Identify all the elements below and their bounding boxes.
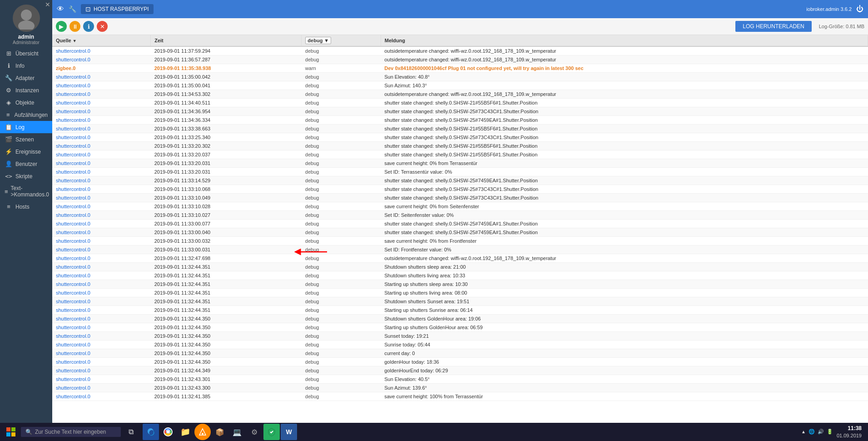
play-button[interactable]: ▶ <box>56 21 67 32</box>
sidebar-item-log[interactable]: 📋 Log <box>0 121 52 133</box>
taskbar-search-box[interactable]: 🔍 Zur Suche Text hier eingeben <box>21 427 121 437</box>
table-row: shuttercontrol.0 2019-09-01 11:32:44.351… <box>52 297 868 306</box>
cell-level: debug <box>302 289 381 297</box>
app-taskbar5[interactable]: 📦 <box>212 424 228 440</box>
col-meldung: Meldung <box>381 35 868 46</box>
download-log-button[interactable]: LOG HERUNTERLADEN <box>735 21 811 32</box>
cell-time: 2019-09-01 11:32:44.351 <box>151 280 302 289</box>
table-row: shuttercontrol.0 2019-09-01 11:32:44.351… <box>52 289 868 297</box>
cell-time: 2019-09-01 11:33:14.529 <box>151 176 302 185</box>
table-row: shuttercontrol.0 2019-09-01 11:32:44.350… <box>52 349 868 358</box>
sidebar-item-aufzahlungen[interactable]: ≡ Aufzählungen <box>0 109 52 121</box>
sidebar-label-skripte: Skripte <box>15 173 32 180</box>
col-quelle[interactable]: Quelle ▼ <box>52 35 151 46</box>
table-row: shuttercontrol.0 2019-09-01 11:33:10.028… <box>52 202 868 211</box>
svg-rect-5 <box>11 427 15 431</box>
table-row: shuttercontrol.0 2019-09-01 11:35:00.041… <box>52 81 868 90</box>
cell-level: debug <box>302 202 381 211</box>
text-kommandos-icon: ≡ <box>5 188 8 195</box>
app-files[interactable]: 📁 <box>177 424 193 440</box>
cell-message: Sun Azimut: 140.3° <box>381 81 868 90</box>
table-row: shuttercontrol.0 2019-09-01 11:32:44.351… <box>52 263 868 271</box>
app-word[interactable]: W <box>281 424 297 440</box>
volume-icon[interactable]: 🔊 <box>818 429 824 435</box>
cell-source: shuttercontrol.0 <box>52 349 151 358</box>
cell-level: debug <box>302 99 381 107</box>
sidebar-item-text-kommandos[interactable]: ≡ Text->Kommandos.0 <box>0 182 52 200</box>
cell-source: shuttercontrol.0 <box>52 306 151 315</box>
cell-source: shuttercontrol.0 <box>52 116 151 125</box>
admin-role: Administrator <box>13 40 40 45</box>
cell-message: Shutdown shutters living area: 10:33 <box>381 271 868 280</box>
user-profile: ✕ admin Administrator <box>0 0 52 47</box>
sidebar-item-objekte[interactable]: ◈ Objekte <box>0 96 52 109</box>
sidebar-item-benutzer[interactable]: 👤 Benutzer <box>0 158 52 170</box>
sidebar-item-ubersicht[interactable]: ⊞ Übersicht <box>0 47 52 60</box>
network-icon[interactable]: 🌐 <box>808 429 815 435</box>
svg-rect-6 <box>6 432 10 436</box>
start-button[interactable] <box>3 424 19 440</box>
table-row: shuttercontrol.0 2019-09-01 11:32:41.385… <box>52 392 868 401</box>
table-row: shuttercontrol.0 2019-09-01 11:37:59.294… <box>52 46 868 55</box>
close-icon[interactable]: ✕ <box>45 1 50 8</box>
sidebar-item-info[interactable]: ℹ Info <box>0 60 52 72</box>
info-button[interactable]: ℹ <box>83 21 94 32</box>
cell-source: shuttercontrol.0 <box>52 168 151 176</box>
sidebar-label-instanzen: Instanzen <box>15 87 39 94</box>
app-settings[interactable]: ⚙ <box>246 424 263 440</box>
cell-message: save current height: 0% from Seitenfenst… <box>381 202 868 211</box>
level-filter[interactable]: debug ▼ <box>305 37 331 44</box>
wrench-icon[interactable]: 🔧 <box>69 5 76 13</box>
cell-message: Sunset today: 19:21 <box>381 332 868 341</box>
cell-source: shuttercontrol.0 <box>52 133 151 142</box>
sidebar-item-instanzen[interactable]: ⚙ Instanzen <box>0 84 52 96</box>
app-chrome[interactable] <box>160 424 176 440</box>
table-row: shuttercontrol.0 2019-09-01 11:33:00.077… <box>52 220 868 228</box>
cell-source: shuttercontrol.0 <box>52 289 151 297</box>
cell-source: shuttercontrol.0 <box>52 220 151 228</box>
sidebar-item-skripte[interactable]: <> Skripte <box>0 170 52 182</box>
app-vlc[interactable] <box>194 424 211 440</box>
sidebar-item-hosts[interactable]: ≡ Hosts <box>0 200 52 213</box>
cell-time: 2019-09-01 11:33:10.028 <box>151 202 302 211</box>
sidebar-item-szenen[interactable]: 🎬 Szenen <box>0 133 52 145</box>
cell-level: debug <box>302 280 381 289</box>
svg-point-10 <box>167 431 169 433</box>
app-browser[interactable]: 💻 <box>229 424 245 440</box>
cell-source: shuttercontrol.0 <box>52 254 151 263</box>
cell-time: 2019-09-01 11:34:40.511 <box>151 99 302 107</box>
cell-time: 2019-09-01 11:33:20.031 <box>151 159 302 168</box>
cell-level: debug <box>302 46 381 55</box>
cell-message: Shutdown shutters GoldenHour area: 19:06 <box>381 315 868 323</box>
cell-source: shuttercontrol.0 <box>52 280 151 289</box>
taskbar-clock[interactable]: 11:38 01.09.2019 <box>837 425 862 439</box>
ereignisse-icon: ⚡ <box>5 148 13 155</box>
cell-level: debug <box>302 194 381 202</box>
cell-message: shutter state changed: shelly.0.SHSW-25#… <box>381 107 868 116</box>
clear-button[interactable]: ✕ <box>97 21 108 32</box>
cell-time: 2019-09-01 11:32:44.351 <box>151 306 302 315</box>
cell-level: debug <box>302 142 381 150</box>
sidebar-item-ereignisse[interactable]: ⚡ Ereignisse <box>0 145 52 158</box>
cell-message: shutter state changed: shelly.0.SHSW-25#… <box>381 116 868 125</box>
pause-button[interactable]: ⏸ <box>69 21 80 32</box>
cell-level: debug <box>302 341 381 349</box>
up-arrow-icon[interactable]: ▲ <box>801 429 806 434</box>
cell-level: debug <box>302 323 381 332</box>
cell-message: Starting up shutters sleep area: 10:30 <box>381 280 868 289</box>
instanzen-icon: ⚙ <box>5 87 13 94</box>
info-icon: ℹ <box>5 62 13 69</box>
app-edge[interactable] <box>143 424 159 440</box>
host-selector[interactable]: ⊡ HOST RASPBERRYPI <box>81 4 154 14</box>
table-row: shuttercontrol.0 2019-09-01 11:33:20.302… <box>52 142 868 150</box>
power-icon[interactable]: ⏻ <box>856 5 863 13</box>
col-zeit[interactable]: Zeit <box>151 35 302 46</box>
task-view-button[interactable]: ⧉ <box>123 424 139 440</box>
eye-icon[interactable]: 👁 <box>57 5 64 13</box>
sidebar-label-aufzahlungen: Aufzählungen <box>15 112 48 118</box>
app-antivirus[interactable] <box>263 424 280 440</box>
col-level[interactable]: debug ▼ <box>302 35 381 46</box>
sidebar-item-adapter[interactable]: 🔧 Adapter <box>0 72 52 84</box>
cell-message: Starting up shutters Sunrise area: 06:14 <box>381 306 868 315</box>
taskbar-right: ▲ 🌐 🔊 🔋 11:38 01.09.2019 <box>801 425 865 439</box>
